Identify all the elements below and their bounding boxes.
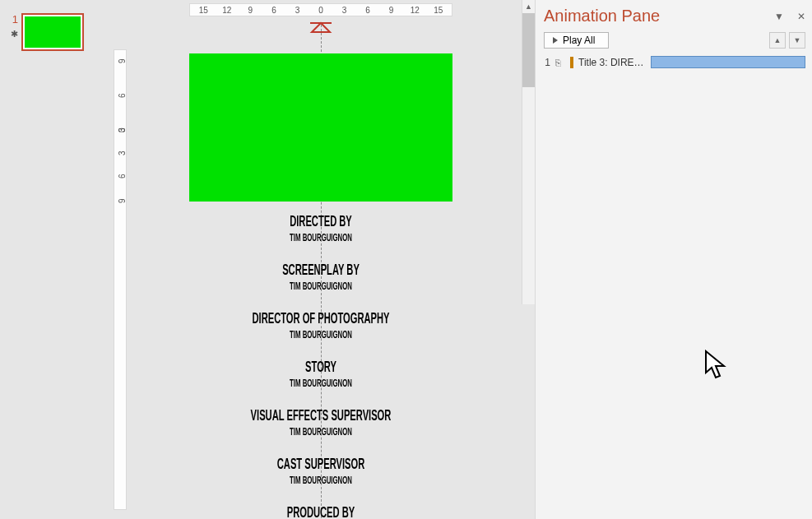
move-up-button[interactable]: ▲ [769, 32, 786, 49]
play-all-label: Play All [563, 35, 595, 46]
credit-name: TIM BOURGUIGNON [242, 231, 400, 243]
credit-role: CAST SUPERVISOR [239, 456, 402, 473]
credit-role: SCREENPLAY BY [239, 262, 402, 279]
ruler-tick: 9 [118, 58, 127, 63]
credit-entry: SCREENPLAY BY TIM BOURGUIGNON [189, 262, 452, 292]
animation-pane-title: Animation Pane [544, 7, 660, 25]
ruler-tick: 15 [426, 6, 450, 15]
animation-trigger-icon: ⎘ [555, 58, 565, 67]
slide-canvas[interactable]: DIRECTED BY TIM BOURGUIGNON SCREENPLAY B… [189, 25, 452, 519]
close-pane-icon[interactable]: ✕ [797, 11, 805, 22]
ruler-tick: 6 [118, 93, 127, 98]
credit-name: TIM BOURGUIGNON [242, 474, 400, 486]
ruler-tick: 0 [118, 127, 127, 132]
credit-entry: PRODUCED BY [189, 504, 452, 519]
scroll-up-button[interactable]: ▲ [522, 0, 535, 13]
credit-entry: DIRECTOR OF PHOTOGRAPHY TIM BOURGUIGNON [189, 310, 452, 341]
move-down-button[interactable]: ▼ [789, 32, 805, 49]
ruler-tick: 0 [309, 6, 333, 15]
animation-item-label: Title 3: DIREC... [578, 57, 646, 68]
thumbnail-preview [25, 16, 81, 48]
credit-role: DIRECTED BY [239, 213, 402, 230]
credit-name: TIM BOURGUIGNON [242, 377, 400, 389]
ruler-tick: 3 [332, 6, 356, 15]
play-all-button[interactable]: Play All [544, 32, 609, 49]
ruler-tick: 6 [356, 6, 380, 15]
credit-entry: CAST SUPERVISOR TIM BOURGUIGNON [189, 456, 452, 486]
scroll-thumb[interactable] [522, 13, 535, 87]
credit-role: VISUAL EFFECTS SUPERVISOR [239, 407, 402, 424]
credit-name: TIM BOURGUIGNON [242, 425, 400, 438]
thumbnail-number: 1 [12, 13, 18, 25]
animation-pane: Animation Pane ▼ ✕ Play All ▲ ▼ 1 ⎘ Titl… [535, 0, 812, 519]
slide-edit-area[interactable]: 15 12 9 6 3 0 3 6 9 12 15 9 6 3 0 3 6 9 [107, 0, 535, 519]
animation-indicator-icon: ✱ [11, 29, 18, 39]
slide-thumbnail-panel: 1 ✱ [0, 0, 107, 519]
ruler-tick: 12 [216, 6, 239, 15]
ruler-tick: 6 [262, 6, 286, 15]
vertical-ruler: 9 6 3 0 3 6 9 [114, 49, 127, 510]
ruler-tick: 6 [118, 174, 127, 178]
credit-entry: VISUAL EFFECTS SUPERVISOR TIM BOURGUIGNO… [189, 407, 452, 438]
motion-path-end-marker-icon[interactable] [309, 21, 333, 35]
ruler-tick: 9 [379, 6, 403, 15]
credit-entry: DIRECTED BY TIM BOURGUIGNON [189, 213, 452, 243]
animation-type-indicator-icon [570, 57, 573, 68]
ruler-tick: 15 [192, 6, 216, 15]
credit-entry: STORY TIM BOURGUIGNON [189, 359, 452, 389]
credits-text-block[interactable]: DIRECTED BY TIM BOURGUIGNON SCREENPLAY B… [189, 213, 452, 519]
ruler-tick: 3 [285, 6, 309, 15]
vertical-scrollbar[interactable]: ▲ [522, 0, 535, 304]
play-icon [553, 37, 558, 44]
ruler-tick: 3 [118, 151, 127, 155]
thumbnail-frame[interactable] [21, 13, 84, 51]
credit-role: PRODUCED BY [239, 504, 402, 519]
horizontal-ruler: 15 12 9 6 3 0 3 6 9 12 15 [189, 3, 452, 16]
svg-marker-1 [312, 23, 330, 32]
credit-name: TIM BOURGUIGNON [242, 328, 400, 341]
ruler-tick: 9 [239, 6, 262, 15]
credit-name: TIM BOURGUIGNON [242, 280, 400, 292]
slide-thumbnail-1[interactable]: 1 ✱ [7, 13, 107, 51]
animation-list-item[interactable]: 1 ⎘ Title 3: DIREC... [544, 53, 805, 71]
pane-options-dropdown-icon[interactable]: ▼ [774, 11, 784, 22]
credit-role: STORY [239, 359, 402, 376]
credit-role: DIRECTOR OF PHOTOGRAPHY [239, 310, 402, 327]
animation-timeline-bar[interactable] [651, 56, 805, 68]
ruler-tick: 9 [118, 198, 127, 203]
ruler-tick: 12 [403, 6, 427, 15]
slide-background[interactable] [189, 53, 452, 202]
animation-item-number: 1 [544, 57, 550, 68]
